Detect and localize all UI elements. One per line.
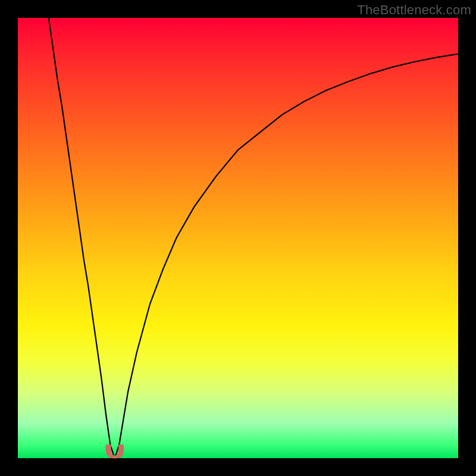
watermark-text: TheBottleneck.com	[357, 2, 471, 18]
chart-svg	[18, 18, 458, 458]
chart-frame	[18, 18, 458, 458]
bottleneck-curve	[49, 18, 458, 458]
optimal-marker	[106, 445, 124, 458]
